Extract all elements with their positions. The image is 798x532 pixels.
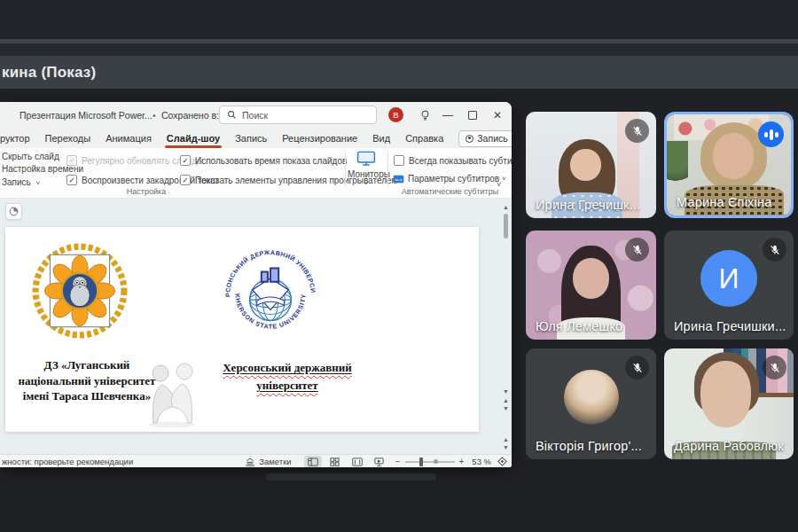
participant-name: Дарина Рабовлюк [674, 439, 784, 453]
checkbox-icon [66, 155, 77, 166]
slide-sorter-view-button[interactable] [326, 456, 344, 467]
scroll-down-icon-2[interactable]: ▼ [501, 444, 511, 451]
tab-transitions[interactable]: Переходы [45, 129, 91, 148]
previous-slide-icon[interactable]: ▲ [501, 397, 511, 404]
slide[interactable]: ХЕРСОНСЬКИЙ ДЕРЖАВНИЙ УНІВЕРСИТЕТ KHERSO… [5, 227, 479, 432]
account-avatar[interactable]: В [388, 107, 403, 122]
ribbon-tab-bar: руктор Переходы Анимация Слайд-шоу Запис… [0, 129, 512, 148]
search-placeholder: Поиск [242, 110, 268, 121]
mic-muted-icon [625, 119, 649, 143]
participant-tile-irina-grechishk[interactable]: Ирина Гречишк... [526, 112, 656, 218]
presenting-banner: кина (Показ) [0, 56, 798, 89]
left-university-title: ДЗ «Луганський національний університет … [11, 357, 163, 404]
hide-slide-button[interactable]: Скрыть слайд [2, 152, 59, 161]
participant-tile-darina-rabovlyuk[interactable]: Дарина Рабовлюк [664, 348, 794, 459]
kherson-university-logo: ХЕРСОНСЬКИЙ ДЕРЖАВНИЙ УНІВЕРСИТЕТ KHERSO… [220, 243, 321, 344]
slide-scrollbar[interactable]: ▲ ▼ ▲ ▼ ▲ ▼ [501, 199, 511, 454]
right-university-title: Херсонський державний університет [197, 359, 378, 394]
zoom-slider[interactable] [405, 461, 455, 463]
notes-button[interactable]: Заметки [245, 457, 291, 466]
luhansk-university-logo [30, 241, 129, 340]
collapse-ribbon-icon[interactable]: ˅ [497, 180, 501, 189]
tab-constructor[interactable]: руктор [0, 129, 30, 148]
meet-call-screen: кина (Показ) Презентация Microsoft Power… [0, 0, 798, 532]
tab-view[interactable]: Вид [372, 129, 390, 148]
document-title: Презентация Microsoft Power... [20, 110, 153, 121]
speaking-indicator-icon [758, 121, 784, 147]
chevron-down-icon: ˅ [36, 179, 41, 187]
ribbon-separator [345, 151, 346, 186]
participant-tile-yulia-lemeshko[interactable]: Юля Лемешко [526, 231, 656, 340]
record-icon [466, 135, 473, 143]
tab-animation[interactable]: Анимация [106, 129, 152, 148]
handshake-figures [145, 358, 199, 429]
zoom-slider-midpoint [434, 459, 438, 464]
tab-help[interactable]: Справка [405, 129, 443, 148]
avatar: И [700, 250, 757, 307]
checkbox-icon [394, 155, 404, 166]
checkbox-icon [180, 175, 191, 185]
record-button[interactable]: Запись [458, 130, 512, 147]
restore-button[interactable] [465, 107, 481, 123]
scroll-up-icon-2[interactable]: ▲ [501, 436, 511, 443]
monitor-icon [356, 151, 376, 166]
participant-name: Вікторія Григор'... [536, 439, 642, 453]
zoom-in-button[interactable]: + [457, 457, 467, 466]
scroll-up-icon[interactable]: ▲ [501, 204, 511, 211]
top-dark-bar [0, 0, 798, 39]
minimize-button[interactable]: — [440, 107, 456, 123]
accessibility-button[interactable] [5, 203, 22, 220]
powerpoint-shared-window: Презентация Microsoft Power... • Сохране… [0, 102, 512, 467]
participant-tile-viktoria-grigor[interactable]: Вікторія Григор'... [526, 348, 656, 459]
presenting-label: кина (Показ) [2, 64, 96, 82]
slideshow-view-button[interactable] [371, 456, 388, 467]
tab-record[interactable]: Запись [235, 129, 267, 148]
normal-view-button[interactable] [304, 456, 322, 467]
mic-muted-icon [625, 238, 649, 262]
scroll-down-icon[interactable]: ▼ [501, 388, 511, 395]
zoom-level[interactable]: 53 % [472, 457, 491, 466]
ppt-titlebar: Презентация Microsoft Power... • Сохране… [0, 102, 512, 129]
record-dropdown[interactable]: Запись ˅ [2, 177, 40, 187]
chevron-down-icon: ˅ [502, 175, 506, 183]
title-separator: • [153, 110, 156, 121]
close-button[interactable]: ✕ [489, 107, 505, 123]
participant-tile-marina-epikhina-speaking[interactable]: Марина Єпіхіна [664, 112, 794, 218]
participant-name: Ирина Гречишки... [674, 319, 786, 333]
notes-icon [245, 458, 255, 466]
group-label-subtitles: Автоматические субтитры [390, 187, 510, 196]
tab-review[interactable]: Рецензирование [282, 129, 357, 148]
reading-view-button[interactable] [348, 456, 366, 467]
ribbon-separator [387, 151, 388, 186]
slide-editor-area[interactable]: ХЕРСОНСЬКИЙ ДЕРЖАВНИЙ УНІВЕРСИТЕТ KHERSO… [0, 199, 512, 454]
scrollbar-thumb[interactable] [504, 214, 508, 239]
subtitles-icon [393, 175, 404, 184]
status-bar: жности: проверьте рекомендации Заметки [0, 454, 512, 467]
participant-name: Ирина Гречишк... [536, 198, 640, 212]
zoom-out-button[interactable]: − [393, 457, 403, 466]
checkbox-icon [66, 175, 77, 185]
checkbox-use-timings[interactable]: Использовать время показа слайдов [180, 155, 347, 166]
top-dark-bar-2 [0, 43, 798, 56]
mic-muted-icon [763, 238, 786, 262]
participant-name: Марина Єпіхіна [677, 195, 771, 209]
next-slide-icon[interactable]: ▼ [501, 405, 511, 412]
mic-muted-icon [625, 356, 649, 379]
fit-slide-button[interactable] [497, 457, 507, 466]
ideas-lightbulb-icon[interactable] [417, 107, 433, 123]
subtitle-settings-button[interactable]: Параметры субтитров ˅ [393, 174, 506, 184]
restore-icon [468, 111, 477, 120]
search-icon [227, 110, 237, 120]
search-box[interactable]: Поиск [219, 106, 377, 124]
checkbox-icon [180, 155, 191, 166]
tab-slideshow[interactable]: Слайд-шоу [167, 129, 220, 148]
checkbox-always-show-subtitles[interactable]: Всегда показывать субтитры [394, 155, 512, 166]
monitors-button[interactable]: Мониторы ˅ [348, 151, 385, 187]
accessibility-icon [9, 207, 19, 216]
participant-tile-irina-grechishki-novideo[interactable]: И Ирина Гречишки... [664, 231, 794, 340]
chevron-down-icon: ˅ [348, 179, 385, 187]
ribbon: Скрыть слайд Настройка времени Запись ˅ … [0, 148, 512, 199]
group-label-settings: Настройка [84, 187, 208, 196]
zoom-slider-thumb[interactable] [419, 458, 423, 466]
accessibility-status[interactable]: жности: проверьте рекомендации [2, 457, 133, 466]
